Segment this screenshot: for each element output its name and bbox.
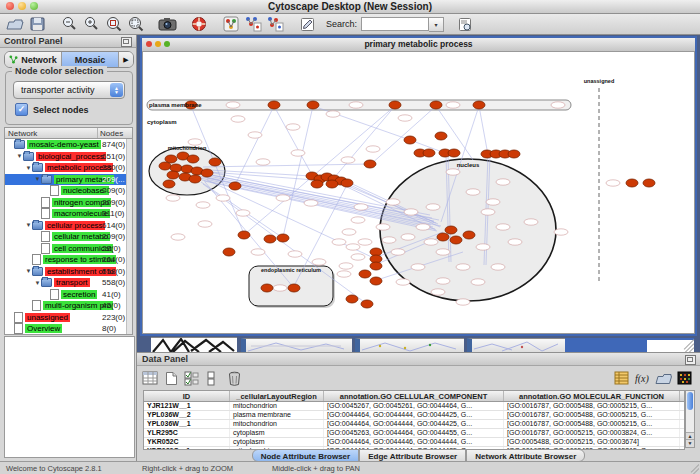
network-node[interactable] xyxy=(223,248,235,256)
network-node[interactable] xyxy=(238,231,250,239)
network-node-label[interactable] xyxy=(404,209,418,215)
save-icon[interactable] xyxy=(27,15,47,33)
network-node-label[interactable] xyxy=(198,221,212,227)
network-node[interactable] xyxy=(361,300,373,308)
attribute-table-icon[interactable] xyxy=(141,370,159,386)
delete-attribute-icon[interactable] xyxy=(225,370,243,386)
unselect-attributes-icon[interactable] xyxy=(204,370,222,386)
network-node-label[interactable] xyxy=(366,146,380,152)
expand-arrow-icon[interactable]: ▼ xyxy=(25,268,32,274)
network-node-label[interactable] xyxy=(286,124,300,130)
network-node-label[interactable] xyxy=(401,234,415,240)
table-cell[interactable]: [GO:0016787, GO:0005488, GO:0005215, G..… xyxy=(504,420,680,428)
network-node-label[interactable] xyxy=(251,249,265,255)
table-cell[interactable]: [GO:0016787, GO:0005215, GO:0003824, G..… xyxy=(504,429,680,437)
network-node-label[interactable] xyxy=(436,249,450,255)
network-node[interactable] xyxy=(326,180,338,188)
network-node-label[interactable] xyxy=(436,278,450,284)
open-folder-icon[interactable] xyxy=(5,15,25,33)
expand-arrow-icon[interactable]: ▼ xyxy=(25,165,32,171)
network-node[interactable] xyxy=(264,235,276,243)
tree-row[interactable]: ▼biological_process651(0) xyxy=(5,151,132,163)
network-node-label[interactable] xyxy=(496,224,510,230)
tree-row-label[interactable]: biological_process xyxy=(36,152,106,161)
network-node[interactable] xyxy=(643,179,655,187)
table-cell[interactable]: cytoplasm xyxy=(230,429,324,437)
import-attributes-icon[interactable] xyxy=(654,370,672,386)
node-color-dropdown[interactable]: transporter activity ▲▼ xyxy=(13,81,125,99)
function-builder-icon[interactable]: f(x) xyxy=(633,370,651,386)
tab-network[interactable]: Network xyxy=(5,52,62,67)
network-node-label[interactable] xyxy=(273,285,287,291)
network-node[interactable] xyxy=(364,160,376,168)
table-cell[interactable]: [GO:0045263, GO:0044464, GO:0044455, G..… xyxy=(324,429,504,437)
network-node[interactable] xyxy=(268,101,280,109)
layout-red-icon[interactable] xyxy=(265,15,285,33)
network-node[interactable] xyxy=(423,149,435,157)
select-nodes-checkbox[interactable]: ✓ xyxy=(15,103,28,116)
table-cell[interactable]: mitochondrion xyxy=(230,402,324,410)
select-attributes-icon[interactable] xyxy=(183,370,201,386)
table-column-header[interactable]: annotation.GO MOLECULAR_FUNCTION xyxy=(504,391,680,401)
network-node[interactable] xyxy=(359,270,371,278)
expand-arrow-icon[interactable]: ▼ xyxy=(34,280,41,286)
network-node-label[interactable] xyxy=(471,279,485,285)
network-node-label[interactable] xyxy=(226,102,240,108)
network-node-label[interactable] xyxy=(341,157,355,163)
table-column-header[interactable]: annotation.GO CELLULAR_COMPONENT xyxy=(324,391,504,401)
network-node-label[interactable] xyxy=(346,244,360,250)
more-tabs-button[interactable]: ▶ xyxy=(119,52,133,67)
tree-row[interactable]: cell communicat22(0) xyxy=(5,243,132,255)
tree-row-label[interactable]: cellular process xyxy=(45,221,105,230)
snapshot-camera-icon[interactable] xyxy=(157,15,177,33)
network-node-label[interactable] xyxy=(196,202,210,208)
network-node-label[interactable] xyxy=(351,254,365,260)
layout-blue-icon[interactable] xyxy=(243,15,263,33)
network-node-label[interactable] xyxy=(496,179,510,185)
network-node[interactable] xyxy=(508,150,520,158)
network-node-label[interactable] xyxy=(326,111,340,117)
table-cell[interactable]: [GO:0044464, GO:0044444, GO:0044425, G..… xyxy=(324,420,504,428)
help-lifering-icon[interactable] xyxy=(189,15,209,33)
zoom-in-icon[interactable] xyxy=(81,15,101,33)
background-window-strip[interactable] xyxy=(467,338,566,352)
network-node-label[interactable] xyxy=(508,239,522,245)
table-cell[interactable]: plasma membrane xyxy=(230,411,324,419)
tab-mosaic[interactable]: Mosaic xyxy=(62,52,119,67)
window-resize-grip[interactable] xyxy=(647,338,694,352)
network-node[interactable] xyxy=(163,180,175,188)
network-node[interactable] xyxy=(189,175,201,183)
network-node-label[interactable] xyxy=(291,150,305,156)
network-node[interactable] xyxy=(473,101,485,109)
vizmapper-icon[interactable] xyxy=(221,15,241,33)
tree-row-label[interactable]: Overview xyxy=(25,324,62,333)
network-node[interactable] xyxy=(450,236,462,244)
network-node-label[interactable] xyxy=(276,195,290,201)
tree-scrollbar[interactable] xyxy=(126,139,132,334)
network-node-label[interactable] xyxy=(396,279,410,285)
network-node[interactable] xyxy=(229,182,241,190)
tree-row[interactable]: Overview8(0) xyxy=(5,323,132,335)
network-node-label[interactable] xyxy=(288,251,302,257)
scroll-down-icon[interactable]: ▼ xyxy=(686,439,694,447)
network-node[interactable] xyxy=(159,162,171,170)
network-node[interactable] xyxy=(209,158,221,166)
network-node-label[interactable] xyxy=(349,102,363,108)
network-node-label[interactable] xyxy=(481,209,495,215)
table-cell[interactable]: [GO:0016787, GO:0005488, GO:0005215, G..… xyxy=(504,402,680,410)
network-node-label[interactable] xyxy=(524,219,538,225)
window-titlebar[interactable]: Cytoscape Desktop (New Session) xyxy=(0,0,700,14)
table-column-header[interactable]: _cellularLayoutRegion xyxy=(230,391,324,401)
table-cell[interactable]: [GO:0016787, GO:0005488, GO:0005215, G..… xyxy=(504,411,680,419)
network-node-label[interactable] xyxy=(248,132,262,138)
tree-row[interactable]: ▼primary metabo209(... xyxy=(5,174,132,186)
table-cell[interactable]: [GO:0044464, GO:0044446, GO:0044444, G..… xyxy=(324,438,504,446)
new-attribute-icon[interactable] xyxy=(162,370,180,386)
attribute-batch-icon[interactable] xyxy=(612,370,630,386)
network-node[interactable] xyxy=(261,284,273,292)
network-node-label[interactable] xyxy=(358,239,372,245)
network-node[interactable] xyxy=(341,179,353,187)
table-row[interactable]: YJR121W__1mitochondrion[GO:0045267, GO:0… xyxy=(144,402,684,411)
tree-row[interactable]: macromolecule311(0) xyxy=(5,208,132,220)
network-node[interactable] xyxy=(201,169,213,177)
